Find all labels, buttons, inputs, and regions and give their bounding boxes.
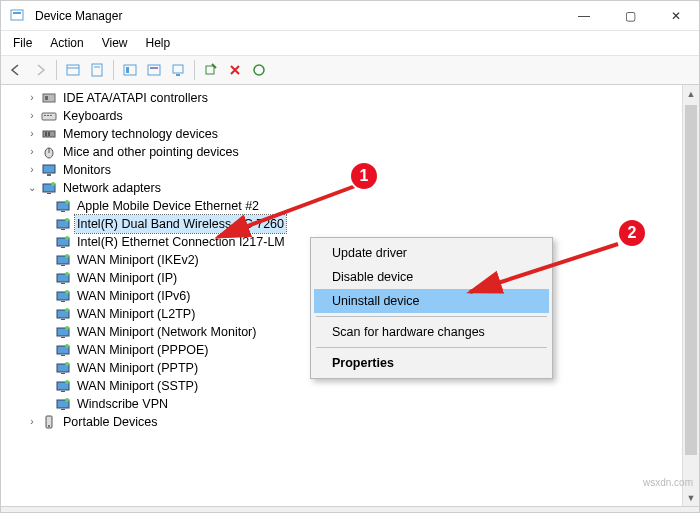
tree-label: Network adapters xyxy=(61,179,163,197)
expand-icon[interactable]: › xyxy=(25,127,39,141)
titlebar: Device Manager — ▢ ✕ xyxy=(1,1,699,31)
callout-2: 2 xyxy=(617,218,647,248)
svg-point-29 xyxy=(51,182,55,186)
svg-rect-22 xyxy=(48,132,50,136)
tree-label: Keyboards xyxy=(61,107,125,125)
svg-rect-58 xyxy=(61,373,65,374)
menu-view[interactable]: View xyxy=(94,33,136,53)
show-hidden-button[interactable] xyxy=(62,59,84,81)
tree-label: Portable Devices xyxy=(61,413,160,431)
back-button[interactable] xyxy=(5,59,27,81)
tree-label: WAN Miniport (IP) xyxy=(75,269,179,287)
svg-line-68 xyxy=(218,185,358,237)
network-adapter-icon xyxy=(55,324,71,340)
uninstall-button[interactable] xyxy=(224,59,246,81)
tree-label: WAN Miniport (PPPOE) xyxy=(75,341,211,359)
scroll-down-button[interactable]: ▼ xyxy=(683,489,699,506)
tree-label: WAN Miniport (IKEv2) xyxy=(75,251,201,269)
svg-point-50 xyxy=(65,308,69,312)
svg-point-13 xyxy=(254,65,264,75)
context-menu-separator xyxy=(316,316,547,317)
menu-action[interactable]: Action xyxy=(42,33,91,53)
svg-rect-17 xyxy=(44,115,46,116)
tree-label: Mice and other pointing devices xyxy=(61,143,241,161)
context-menu-item[interactable]: Scan for hardware changes xyxy=(314,320,549,344)
svg-point-44 xyxy=(65,272,69,276)
context-menu-item[interactable]: Properties xyxy=(314,351,549,375)
svg-rect-19 xyxy=(50,115,52,116)
svg-point-41 xyxy=(65,254,69,258)
svg-rect-26 xyxy=(47,174,51,176)
devices-button[interactable] xyxy=(167,59,189,81)
tree-device[interactable]: Windscribe VPN xyxy=(9,395,681,413)
tree-category[interactable]: ›Memory technology devices xyxy=(9,125,681,143)
svg-rect-8 xyxy=(148,65,160,75)
toolbar xyxy=(1,56,699,85)
tree-device[interactable]: WAN Miniport (SSTP) xyxy=(9,377,681,395)
svg-rect-7 xyxy=(126,67,129,73)
expand-icon[interactable]: › xyxy=(25,91,39,105)
network-adapter-icon xyxy=(55,360,71,376)
svg-rect-0 xyxy=(11,10,23,20)
svg-rect-16 xyxy=(42,113,56,120)
expand-icon[interactable]: › xyxy=(25,415,39,429)
svg-point-53 xyxy=(65,326,69,330)
svg-rect-10 xyxy=(173,65,183,73)
scroll-thumb[interactable] xyxy=(685,105,697,455)
svg-rect-11 xyxy=(176,74,180,76)
svg-rect-46 xyxy=(61,301,65,302)
expand-icon[interactable]: › xyxy=(25,163,39,177)
vertical-scrollbar[interactable]: ▲ ▼ xyxy=(682,85,699,506)
svg-rect-9 xyxy=(150,67,158,69)
tree-label: WAN Miniport (IPv6) xyxy=(75,287,192,305)
tree-label: WAN Miniport (SSTP) xyxy=(75,377,200,395)
svg-rect-1 xyxy=(13,12,21,14)
tree-label: IDE ATA/ATAPI controllers xyxy=(61,89,210,107)
maximize-button[interactable]: ▢ xyxy=(607,1,653,31)
tree-category[interactable]: ›Keyboards xyxy=(9,107,681,125)
svg-point-62 xyxy=(65,380,69,384)
arrow-1 xyxy=(208,179,363,244)
expand-icon[interactable]: › xyxy=(25,109,39,123)
mouse-icon xyxy=(41,144,57,160)
menu-file[interactable]: File xyxy=(5,33,40,53)
svg-rect-6 xyxy=(124,65,136,75)
menu-help[interactable]: Help xyxy=(138,33,179,53)
scroll-up-button[interactable]: ▲ xyxy=(683,85,699,102)
expand-icon[interactable]: ⌄ xyxy=(25,181,39,195)
network-adapter-icon xyxy=(55,396,71,412)
properties-button[interactable] xyxy=(86,59,108,81)
tree-label: Memory technology devices xyxy=(61,125,220,143)
expand-icon[interactable]: › xyxy=(25,145,39,159)
svg-rect-40 xyxy=(61,265,65,266)
tree-category[interactable]: ›IDE ATA/ATAPI controllers xyxy=(9,89,681,107)
svg-rect-21 xyxy=(45,132,47,136)
svg-point-32 xyxy=(65,200,69,204)
close-button[interactable]: ✕ xyxy=(653,1,699,31)
svg-rect-4 xyxy=(92,64,102,76)
svg-rect-12 xyxy=(206,66,214,74)
network-adapter-icon xyxy=(55,216,71,232)
svg-point-65 xyxy=(65,398,69,402)
scan-button[interactable] xyxy=(200,59,222,81)
callout-1: 1 xyxy=(349,161,379,191)
tree-category[interactable]: ›Mice and other pointing devices xyxy=(9,143,681,161)
window-title: Device Manager xyxy=(35,9,122,23)
help-button[interactable] xyxy=(119,59,141,81)
tree-category[interactable]: ›Portable Devices xyxy=(9,413,681,431)
minimize-button[interactable]: — xyxy=(561,1,607,31)
enable-button[interactable] xyxy=(248,59,270,81)
svg-point-35 xyxy=(65,218,69,222)
network-adapter-icon xyxy=(55,252,71,268)
svg-rect-15 xyxy=(45,96,48,100)
tree-category[interactable]: ›Monitors xyxy=(9,161,681,179)
view-button[interactable] xyxy=(143,59,165,81)
svg-point-67 xyxy=(48,425,50,427)
svg-point-47 xyxy=(65,290,69,294)
network-adapter-icon xyxy=(55,288,71,304)
svg-point-59 xyxy=(65,362,69,366)
network-adapter-icon xyxy=(55,270,71,286)
svg-rect-25 xyxy=(43,165,55,173)
forward-button[interactable] xyxy=(29,59,51,81)
svg-rect-55 xyxy=(61,355,65,356)
